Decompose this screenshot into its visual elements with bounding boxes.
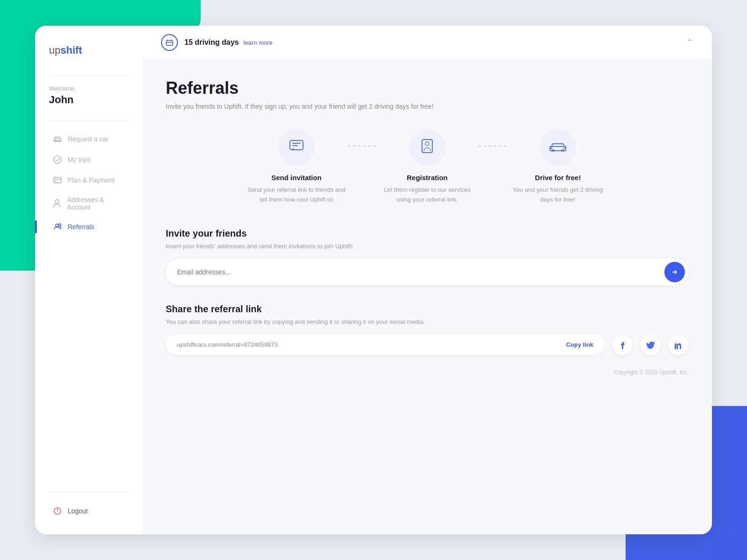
- referral-row: upshiftcars.com/referral=8724659873 Copy…: [166, 335, 689, 355]
- page-subtitle: Invite you friends to Uphift. If they si…: [166, 103, 689, 110]
- step-icon-registration: [409, 129, 446, 166]
- sidebar-item-label-plan-payment: Plan & Payment: [68, 176, 114, 184]
- referral-section-desc: You can also share your referral link by…: [166, 318, 689, 325]
- logout-icon: [53, 506, 62, 516]
- svg-rect-2: [54, 177, 61, 183]
- svg-point-11: [425, 142, 429, 146]
- connector-line-2: [479, 146, 507, 147]
- sidebar-item-label-my-trips: My trips: [68, 156, 91, 163]
- nav-divider: [49, 120, 128, 120]
- account-icon: [53, 199, 62, 208]
- welcome-label: Welcome,: [49, 85, 128, 92]
- sidebar-item-addresses-account[interactable]: Addresses & Account: [49, 191, 128, 216]
- step-title-drive: Drive for free!: [535, 174, 581, 182]
- referral-section-title: Share the referral link: [166, 304, 689, 315]
- sidebar-item-label-referrals: Referrals: [68, 223, 94, 231]
- referral-url: upshiftcars.com/referral=8724659873: [177, 341, 278, 348]
- step-desc-send: Send your referral link to friends and t…: [245, 185, 348, 205]
- sidebar-bottom: Logout: [49, 487, 128, 520]
- svg-point-4: [55, 200, 59, 203]
- copyright: Copyright © 2020 Upshift, Inc.: [166, 369, 689, 376]
- logout-label: Logout: [68, 507, 88, 515]
- sidebar-item-plan-payment[interactable]: Plan & Payment: [49, 171, 128, 189]
- svg-rect-8: [166, 41, 173, 45]
- payment-icon: [53, 175, 62, 185]
- sidebar-item-my-trips[interactable]: My trips: [49, 150, 128, 169]
- svg-point-1: [54, 156, 61, 163]
- step-desc-registration: Let them register to our services using …: [376, 185, 479, 205]
- twitter-share-button[interactable]: [640, 335, 661, 355]
- linkedin-share-button[interactable]: [668, 335, 689, 355]
- invite-section-desc: Insert your friends' addresses and send …: [166, 243, 689, 250]
- logo: upshift: [49, 44, 128, 56]
- user-name: John: [49, 94, 128, 106]
- car-icon: [53, 134, 62, 144]
- days-label: driving days: [195, 38, 239, 46]
- sidebar: upshift Welcome, John Request a car: [35, 26, 142, 534]
- learn-more-link[interactable]: learn more: [244, 39, 273, 46]
- logo-bold: shift: [60, 44, 82, 56]
- svg-rect-3: [55, 181, 56, 182]
- chat-icon: [289, 140, 304, 156]
- facebook-share-button[interactable]: [612, 335, 633, 355]
- referrals-icon: [53, 222, 62, 231]
- sidebar-item-label-request-car: Request a car: [68, 135, 108, 143]
- connector-1: [348, 129, 376, 147]
- svg-point-6: [59, 224, 61, 226]
- days-count: 15: [184, 38, 193, 46]
- registration-icon: [421, 139, 433, 157]
- page-title: Referrals: [166, 78, 689, 98]
- svg-rect-0: [54, 139, 61, 141]
- connector-2: [479, 129, 507, 147]
- step-desc-drive: You and your friends get 2 driving days …: [507, 185, 609, 205]
- car-icon: [549, 140, 567, 155]
- top-bar: 15 driving days learn more ⌃: [142, 26, 712, 60]
- step-registration: Registration Let them register to our se…: [376, 129, 479, 205]
- top-bar-chevron-icon[interactable]: ⌃: [686, 37, 693, 48]
- main-card: upshift Welcome, John Request a car: [35, 26, 712, 534]
- connector-line-1: [348, 146, 376, 147]
- steps-row: Send invitation Send your referral link …: [166, 129, 689, 205]
- step-icon-send: [278, 129, 315, 166]
- sidebar-item-label-addresses-account: Addresses & Account: [67, 196, 125, 211]
- bg-accent-green-left: [0, 0, 37, 271]
- sidebar-nav: Request a car My trips: [49, 130, 128, 238]
- main-content: Referrals Invite you friends to Uphift. …: [142, 60, 712, 534]
- email-input[interactable]: [177, 268, 664, 276]
- invite-section-title: Invite your friends: [166, 228, 689, 239]
- referral-link-box: upshiftcars.com/referral=8724659873 Copy…: [166, 335, 605, 355]
- driving-days-count: 15 driving days: [184, 38, 239, 47]
- copy-link-button[interactable]: Copy link: [566, 341, 593, 348]
- svg-point-5: [56, 224, 58, 227]
- sidebar-item-request-car[interactable]: Request a car: [49, 130, 128, 148]
- logout-item[interactable]: Logout: [49, 502, 128, 520]
- step-drive-free: Drive for free! You and your friends get…: [507, 129, 609, 205]
- sidebar-bottom-divider: [49, 492, 128, 492]
- step-title-registration: Registration: [407, 174, 448, 182]
- trips-icon: [53, 155, 62, 164]
- email-input-wrap: [166, 259, 689, 285]
- step-icon-drive: [539, 129, 577, 166]
- step-send-invitation: Send invitation Send your referral link …: [245, 129, 348, 205]
- sidebar-item-referrals[interactable]: Referrals: [49, 217, 128, 236]
- driving-days-icon: [161, 34, 178, 51]
- sidebar-top-divider: [49, 75, 128, 76]
- content-area: 15 driving days learn more ⌃ Referrals I…: [142, 26, 712, 534]
- send-invitation-button[interactable]: [664, 262, 685, 282]
- step-title-send: Send invitation: [271, 174, 322, 182]
